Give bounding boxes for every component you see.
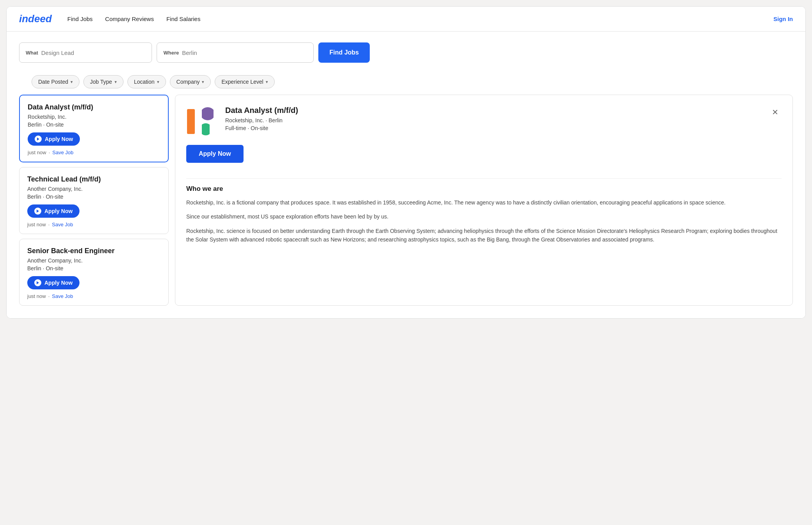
job-location-0: Berlin — [28, 122, 42, 128]
logo-text: indeed — [19, 13, 52, 25]
detail-company-location: Rocketship, Inc. · Berlin — [225, 117, 298, 123]
what-input[interactable] — [41, 49, 146, 56]
detail-job-title: Data Analyst (m/f/d) — [225, 106, 298, 115]
filters-bar: Date Posted ▾ Job Type ▾ Location ▾ Comp… — [19, 69, 793, 95]
search-section: What Where Find Jobs Date Posted ▾ Job T… — [7, 32, 805, 95]
job-title-0: Data Analyst (m/f/d) — [28, 103, 160, 111]
job-worktype-2: On-site — [46, 265, 63, 271]
detail-apply-button[interactable]: Apply Now — [186, 145, 244, 163]
detail-company: Rocketship, Inc. — [225, 117, 264, 123]
divider — [186, 178, 782, 179]
apply-button-1[interactable]: Apply Now — [27, 204, 79, 218]
time-posted-0: just now — [28, 150, 46, 155]
search-bar: What Where Find Jobs — [19, 42, 370, 63]
filter-experience-level-label: Experience Level — [221, 79, 263, 85]
who-we-are-p1: Since our establishment, most US space e… — [186, 212, 782, 221]
company-logo — [186, 106, 217, 137]
filter-experience-level[interactable]: Experience Level ▾ — [215, 75, 274, 88]
nav-find-salaries[interactable]: Find Salaries — [166, 16, 201, 22]
job-location-1: Berlin — [27, 194, 41, 200]
where-input[interactable] — [182, 49, 307, 56]
time-posted-2: just now — [27, 293, 46, 299]
what-field: What — [19, 42, 152, 63]
where-label: Where — [163, 50, 179, 56]
job-list: Data Analyst (m/f/d) Rocketship, Inc. Be… — [19, 95, 175, 306]
sign-in-link[interactable]: Sign In — [773, 16, 793, 22]
detail-header: Data Analyst (m/f/d) Rocketship, Inc. · … — [186, 106, 782, 137]
job-title-1: Technical Lead (m/f/d) — [27, 175, 161, 183]
save-job-0[interactable]: Save Job — [52, 150, 73, 155]
filter-job-type[interactable]: Job Type ▾ — [83, 75, 124, 88]
filter-company[interactable]: Company ▾ — [170, 75, 211, 88]
chevron-down-icon: ▾ — [157, 79, 159, 85]
job-footer-0: just now · Save Job — [28, 150, 160, 155]
svg-rect-0 — [187, 109, 195, 134]
detail-employment-type: Full-time — [225, 125, 246, 131]
time-posted-1: just now — [27, 222, 46, 227]
job-worktype-0: On-site — [46, 122, 64, 128]
filter-location-label: Location — [134, 79, 155, 85]
apply-button-0[interactable]: Apply Now — [28, 132, 80, 146]
save-job-1[interactable]: Save Job — [52, 222, 73, 227]
job-card-2[interactable]: Senior Back-end Engineer Another Company… — [19, 239, 169, 306]
chevron-down-icon: ▾ — [115, 79, 117, 85]
apply-icon-2 — [34, 279, 41, 286]
job-detail-panel: Data Analyst (m/f/d) Rocketship, Inc. · … — [175, 95, 793, 306]
apply-button-2[interactable]: Apply Now — [27, 276, 79, 289]
indeed-logo: indeed — [19, 13, 52, 25]
apply-icon-0 — [35, 136, 42, 143]
who-we-are-p0: Rocketship, Inc. is a fictional company … — [186, 198, 782, 207]
job-company-2: Another Company, Inc. — [27, 257, 161, 264]
chevron-down-icon: ▾ — [266, 79, 268, 85]
job-company-1: Another Company, Inc. — [27, 186, 161, 192]
job-company-0: Rocketship, Inc. — [28, 114, 160, 120]
apply-label-1: Apply Now — [44, 208, 72, 214]
nav-links: Find Jobs Company Reviews Find Salaries — [67, 16, 773, 22]
detail-employment-worktype: Full-time · On-site — [225, 125, 298, 131]
apply-icon-1 — [34, 208, 41, 215]
where-field: Where — [157, 42, 314, 63]
detail-location: Berlin — [268, 117, 282, 123]
nav-find-jobs[interactable]: Find Jobs — [67, 16, 93, 22]
filter-date-posted[interactable]: Date Posted ▾ — [32, 75, 79, 88]
job-worktype-1: On-site — [46, 194, 63, 200]
job-meta-0: Berlin · On-site — [28, 122, 160, 128]
apply-label-0: Apply Now — [45, 136, 73, 142]
filter-job-type-label: Job Type — [90, 79, 112, 85]
job-card-1[interactable]: Technical Lead (m/f/d) Another Company, … — [19, 167, 169, 234]
job-meta-1: Berlin · On-site — [27, 194, 161, 200]
who-we-are-p2: Rocketship, Inc. science is focused on b… — [186, 227, 782, 244]
what-label: What — [26, 50, 38, 56]
chevron-down-icon: ▾ — [71, 79, 73, 85]
job-footer-2: just now · Save Job — [27, 293, 161, 299]
filter-date-posted-label: Date Posted — [38, 79, 68, 85]
job-card-0[interactable]: Data Analyst (m/f/d) Rocketship, Inc. Be… — [19, 95, 169, 162]
close-detail-button[interactable]: ✕ — [769, 106, 782, 118]
job-title-2: Senior Back-end Engineer — [27, 247, 161, 255]
nav-company-reviews[interactable]: Company Reviews — [105, 16, 154, 22]
job-meta-2: Berlin · On-site — [27, 265, 161, 271]
find-jobs-button[interactable]: Find Jobs — [318, 42, 370, 63]
detail-info: Data Analyst (m/f/d) Rocketship, Inc. · … — [225, 106, 298, 133]
apply-label-2: Apply Now — [44, 280, 72, 286]
main-content: Data Analyst (m/f/d) Rocketship, Inc. Be… — [7, 95, 805, 318]
job-location-2: Berlin — [27, 265, 41, 271]
filter-location[interactable]: Location ▾ — [127, 75, 166, 88]
who-we-are-title: Who we are — [186, 185, 782, 193]
chevron-down-icon: ▾ — [202, 79, 204, 85]
navbar: indeed Find Jobs Company Reviews Find Sa… — [7, 7, 805, 32]
detail-work-type: On-site — [251, 125, 268, 131]
job-footer-1: just now · Save Job — [27, 222, 161, 227]
filter-company-label: Company — [177, 79, 200, 85]
save-job-2[interactable]: Save Job — [52, 293, 73, 299]
